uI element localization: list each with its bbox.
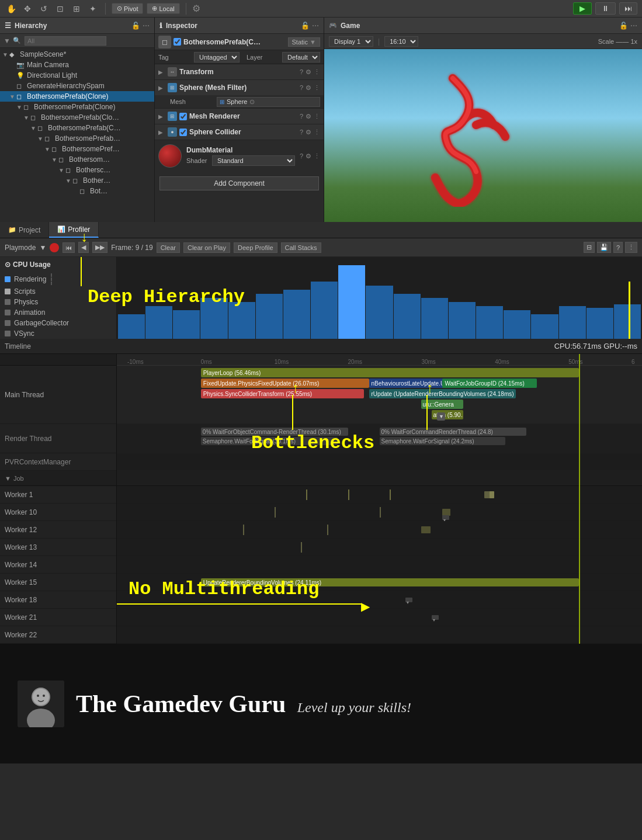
cpu-item-animation[interactable]: Animation [5,307,112,318]
tree-item-prefab4[interactable]: ▼ ◻ BothersomePrefab(C… [0,123,154,133]
play-button[interactable]: ▶ [573,2,592,15]
rupdate-bar[interactable]: rUpdate (UpdateRendererBoundingVolumes (… [369,389,516,398]
tree-item-prefab1[interactable]: ▼ ◻ BothersomePrefab(Clone) [0,91,154,102]
add-component-button[interactable]: Add Component [159,176,319,190]
game-display-select[interactable]: Display 1 [329,36,373,47]
spherecollider-active-toggle[interactable] [179,129,187,136]
game-aspect-select[interactable]: 16:10 [384,36,418,47]
fixedupdate-bar[interactable]: FixedUpdate.PhysicsFixedUpdate (26.07ms) [201,379,369,388]
worker15-main-bar[interactable]: UpdateRendererBoundingVolumes (24.11ms) [201,578,579,586]
tree-item-generatehier[interactable]: ◻ GenerateHierarchySpam [0,81,154,91]
playerloop-bar[interactable]: PlayerLoop (56.46ms) [201,368,579,377]
render-bar3[interactable]: Semaphore.WaitForSignal (30.1ms) [201,437,338,445]
meshrenderer-settings-icon[interactable]: ⚙ [306,113,311,120]
transform-help-icon[interactable]: ? [300,68,303,76]
physics-sync-bar[interactable]: Physics.SyncColliderTransform (25.55ms) [201,389,364,398]
meshfilter-settings-icon[interactable]: ⚙ [306,84,311,92]
inspector-meshfilter-header[interactable]: ▶ ⊞ Sphere (Mesh Filter) ? ⚙ ⋮ [155,80,324,95]
rotate-tool-icon[interactable]: ↺ [37,2,50,15]
inspector-menu-button[interactable]: ⋯ [312,22,319,30]
tree-item-prefab6[interactable]: ▼ ◻ BothersomePref… [0,144,154,154]
profiler-help-button[interactable]: ? [613,242,623,253]
tree-item-samplescene[interactable]: ▼ ◆ SampleScene* [0,49,154,60]
spherecollider-help-icon[interactable]: ? [300,129,303,136]
tree-item-prefab3[interactable]: ▼ ◻ BothersomePrefab(Clo… [0,112,154,123]
hierarchy-dropdown-arrow[interactable]: ▼ [4,37,11,45]
hierarchy-menu-button[interactable]: ⋯ [143,22,150,30]
meshrenderer-help-icon[interactable]: ? [300,113,303,120]
profiler-deep-profile-button[interactable]: Deep Profile [234,242,277,253]
step-button[interactable]: ⏭ [619,2,637,15]
render-bar1[interactable]: 0% WaitForObjectCommand-RenderThread (30… [201,428,348,436]
render-bar2[interactable]: 0% WaitForCommandRenderThread (24.8) [380,428,527,436]
profiler-step-fwd-button[interactable]: ▶▶ [92,242,107,253]
inspector-transform-header[interactable]: ▶ ↔ Transform ? ⚙ ⋮ [155,64,324,79]
game-lock-button[interactable]: 🔓 [619,22,628,30]
tab-profiler[interactable]: 📊 Profiler [49,222,99,238]
tab-project[interactable]: 📁 Project [0,222,49,238]
render-bar4[interactable]: Semaphore.WaitForSignal (24.2ms) [380,437,506,445]
collab-icon[interactable]: ⚙ [192,3,200,14]
transform-menu-icon[interactable]: ⋮ [314,68,320,76]
profiler-step-back-button[interactable]: ◀ [78,242,89,253]
profiler-clear-button[interactable]: Clear [157,242,180,253]
profiler-save-button[interactable]: 💾 [597,242,611,253]
inspector-static-button[interactable]: Static ▼ [288,37,320,47]
meshfilter-mesh-value[interactable]: ⊞ Sphere ⊙ [217,97,320,107]
cpu-item-vsync[interactable]: VSync [5,328,112,339]
tree-item-prefab2[interactable]: ▼ ◻ BothersomePrefab(Clone) [0,102,154,112]
tree-item-prefab7[interactable]: ▼ ◻ Bothersom… [0,154,154,165]
cpu-item-rendering[interactable]: Rendering [5,272,112,286]
hierarchy-lock-button[interactable]: 🔓 [131,22,140,30]
meshrenderer-menu-icon[interactable]: ⋮ [314,113,320,120]
w18-dropdown[interactable]: ▼ [405,598,412,602]
tree-item-prefab5[interactable]: ▼ ◻ BothersomePrefab… [0,133,154,144]
meshrenderer-active-toggle[interactable] [179,113,187,120]
profiler-prev-frame-button[interactable]: ⏮ [63,242,75,253]
material-menu-icon[interactable]: ⋮ [314,152,320,160]
inspector-meshrenderer-header[interactable]: ▶ ⊞ Mesh Renderer ? ⚙ ⋮ [155,109,324,124]
profiler-dropdown-arrow[interactable]: ▼ [39,244,46,252]
tree-item-dirlight[interactable]: 💡 Directional Light [0,70,154,81]
inspector-tag-select[interactable]: Untagged [194,52,240,63]
tree-item-prefab9[interactable]: ▼ ◻ Bother… [0,175,154,186]
gru-bar[interactable]: uru::Genera [421,400,463,409]
hand-tool-icon[interactable]: ✋ [5,2,18,15]
tree-item-prefab8[interactable]: ▼ ◻ Bothersc… [0,165,154,175]
inspector-layer-select[interactable]: Default [282,52,320,63]
profiler-call-stacks-button[interactable]: Call Stacks [281,242,321,253]
waitforjob-bar[interactable]: WaitForJobGroupID (24.15ms) [442,379,537,388]
hierarchy-search-input[interactable] [25,36,106,46]
local-button[interactable]: ⊕ Local [147,3,179,14]
pause-button[interactable]: ⏸ [595,2,616,15]
material-help-icon[interactable]: ? [300,152,303,160]
move-tool-icon[interactable]: ✥ [21,2,34,15]
inspector-spherecollider-header[interactable]: ▶ ● Sphere Collider ? ⚙ ⋮ [155,124,324,140]
game-menu-button[interactable]: ⋯ [630,22,637,30]
material-settings-icon[interactable]: ⚙ [306,152,311,160]
profiler-record-button[interactable] [50,243,59,252]
tree-item-maincamera[interactable]: 📷 Main Camera [0,60,154,70]
pivot-button[interactable]: ⊙ Pivot [112,3,143,14]
spherecollider-settings-icon[interactable]: ⚙ [306,129,311,136]
cpu-item-scripts[interactable]: Scripts [5,286,112,297]
scale-tool-icon[interactable]: ⊡ [54,2,67,15]
rect-tool-icon[interactable]: ⊞ [70,2,83,15]
mesh-refresh-icon[interactable]: ⊙ [249,98,255,106]
cpu-item-physics[interactable]: Physics [5,297,112,307]
transform-settings-icon[interactable]: ⚙ [306,68,311,76]
cpu-item-gc[interactable]: GarbageCollector [5,318,112,328]
meshfilter-help-icon[interactable]: ? [300,84,303,92]
profiler-menu-button[interactable]: ⋮ [625,242,637,253]
meshfilter-menu-icon[interactable]: ⋮ [314,84,320,92]
profiler-clear-on-play-button[interactable]: Clear on Play [183,242,230,253]
transform-tool-icon[interactable]: ✦ [86,2,99,15]
dropdown-indicator[interactable]: ▼ [437,412,445,421]
spherecollider-menu-icon[interactable]: ⋮ [314,129,320,136]
profiler-collapse-button[interactable]: ⊟ [584,242,595,253]
inspector-lock-button[interactable]: 🔓 [301,22,310,30]
inspector-active-toggle[interactable] [173,38,181,46]
tree-item-prefab10[interactable]: ◻ Bot… [0,186,154,196]
material-shader-select[interactable]: Standard [212,155,295,166]
w10-dropdown[interactable]: ▼ [442,515,449,520]
